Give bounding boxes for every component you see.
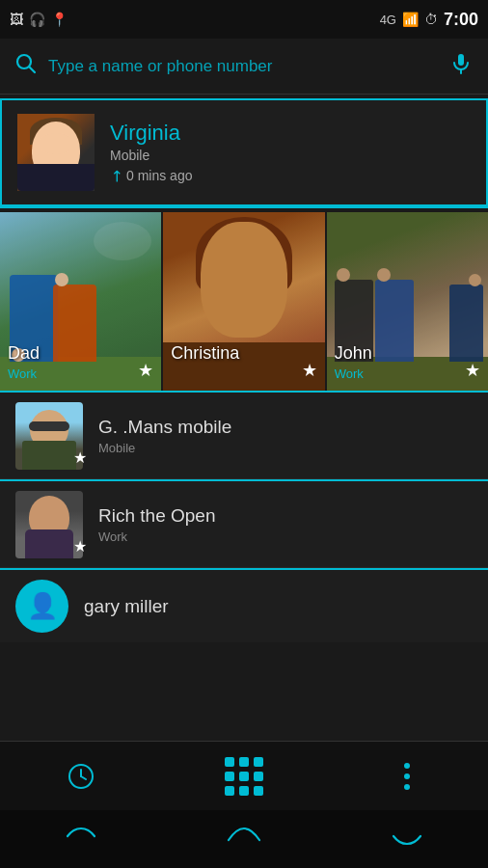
grid-type-dad: Work xyxy=(8,366,37,381)
more-dot xyxy=(404,773,410,779)
bottom-nav xyxy=(0,741,488,810)
dialpad-dot xyxy=(239,786,249,796)
avatar-gary: 👤 xyxy=(15,580,68,633)
divider-top xyxy=(0,206,488,208)
list-name-rich: Rich the Open xyxy=(98,505,473,527)
search-bar xyxy=(0,39,488,95)
recent-contact-virginia[interactable]: Virginia Mobile ↗ 0 mins ago xyxy=(0,98,488,206)
more-dot xyxy=(404,763,410,769)
contact-name-virginia: Virginia xyxy=(110,121,471,146)
list-contact-gary[interactable]: 👤 gary miller xyxy=(0,570,488,642)
dialpad-dot xyxy=(254,772,263,781)
list-type-gmans: Mobile xyxy=(98,441,473,455)
list-name-gary: gary miller xyxy=(84,596,169,617)
nav-recent-button[interactable] xyxy=(52,747,110,805)
svg-rect-2 xyxy=(458,54,464,66)
more-dot xyxy=(404,784,410,790)
gary-avatar-initial: 👤 xyxy=(27,591,58,621)
search-input[interactable] xyxy=(48,57,438,76)
back-button[interactable] xyxy=(64,827,98,852)
dialpad-dot xyxy=(225,786,234,796)
svg-line-6 xyxy=(81,776,86,779)
dialpad-dot xyxy=(225,772,234,781)
contact-type-virginia: Mobile xyxy=(110,148,471,163)
grid-name-john: John xyxy=(335,343,372,364)
location-icon: 📍 xyxy=(51,12,68,27)
headphone-icon: 🎧 xyxy=(29,12,45,27)
contact-time-virginia: ↗ 0 mins ago xyxy=(110,167,471,185)
contact-info-virginia: Virginia Mobile ↗ 0 mins ago xyxy=(110,121,471,185)
outgoing-arrow-icon: ↗ xyxy=(105,165,127,187)
avatar-virginia xyxy=(17,114,95,191)
status-right: 4G 📶 ⏱ 7:00 xyxy=(380,10,478,30)
battery-icon: ⏱ xyxy=(424,12,438,27)
grid-contacts: Dad Work ★ Christina ★ John Work ★ xyxy=(0,212,488,391)
dialpad-dot xyxy=(225,757,234,767)
microphone-icon[interactable] xyxy=(449,52,473,81)
star-icon-gmans: ★ xyxy=(73,448,87,467)
star-icon-rich: ★ xyxy=(73,537,87,556)
status-bar: 🖼 🎧 📍 4G 📶 ⏱ 7:00 xyxy=(0,0,488,39)
dialpad-dot xyxy=(239,772,249,781)
dialpad-dot xyxy=(239,757,249,767)
grid-contact-christina[interactable]: Christina ★ xyxy=(163,212,324,391)
list-type-rich: Work xyxy=(98,529,473,544)
home-button[interactable] xyxy=(225,827,263,852)
status-icons: 🖼 🎧 📍 xyxy=(10,12,68,27)
network-type: 4G xyxy=(380,13,396,27)
grid-name-dad: Dad xyxy=(8,343,40,364)
grid-contact-john[interactable]: John Work ★ xyxy=(327,212,488,391)
search-icon xyxy=(15,53,37,80)
dialpad-dot xyxy=(254,757,263,767)
home-row xyxy=(0,810,488,868)
image-icon: 🖼 xyxy=(10,12,23,27)
grid-type-john: Work xyxy=(335,366,364,381)
clock-display: 7:00 xyxy=(444,10,478,30)
nav-dialpad-button[interactable] xyxy=(215,747,273,805)
list-contact-rich[interactable]: ★ Rich the Open Work xyxy=(0,481,488,568)
list-info-rich: Rich the Open Work xyxy=(98,505,473,544)
signal-icon: 📶 xyxy=(402,12,419,27)
time-ago-label: 0 mins ago xyxy=(126,168,192,183)
list-info-gmans: G. .Mans mobile Mobile xyxy=(98,417,473,455)
svg-line-1 xyxy=(30,67,36,72)
recents-button[interactable] xyxy=(390,827,424,852)
list-name-gmans: G. .Mans mobile xyxy=(98,417,473,438)
grid-contact-dad[interactable]: Dad Work ★ xyxy=(0,212,161,391)
list-contact-gmans[interactable]: ★ G. .Mans mobile Mobile xyxy=(0,393,488,479)
star-icon-christina: ★ xyxy=(302,360,317,381)
dialpad-dot xyxy=(254,786,263,796)
star-icon-john: ★ xyxy=(465,360,480,381)
nav-more-button[interactable] xyxy=(378,747,436,805)
star-icon-dad: ★ xyxy=(138,360,153,381)
grid-name-christina: Christina xyxy=(171,343,239,364)
